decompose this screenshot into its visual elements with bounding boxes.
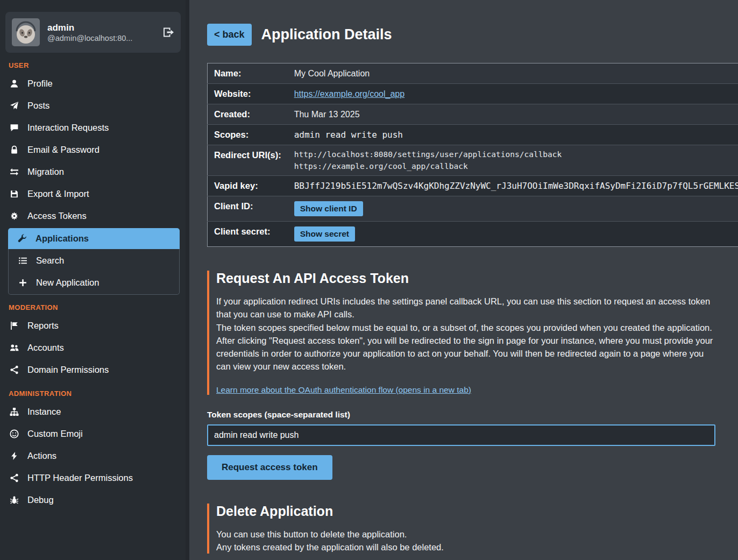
main-content: < back Application Details Name: My Cool… (189, 0, 738, 560)
sidebar-item-label: New Application (36, 278, 99, 288)
sidebar-item-label: Domain Permissions (27, 365, 109, 375)
sidebar-item-migration[interactable]: Migration (0, 161, 186, 183)
user-name: admin (47, 22, 155, 34)
section-paragraph: Any tokens created by the application wi… (216, 541, 715, 554)
sidebar-item-accounts[interactable]: Accounts (0, 337, 186, 359)
sidebar-item-label: Search (36, 256, 64, 266)
user-icon (9, 79, 19, 88)
website-link[interactable]: https://example.org/cool_app (294, 89, 405, 98)
table-row-created: Created: Thu Mar 13 2025 (208, 104, 738, 125)
page-title: Application Details (261, 26, 392, 43)
floppy-disk-icon (9, 189, 19, 199)
row-label: Client secret: (208, 222, 288, 247)
user-handle: @admin@localhost:80... (47, 34, 155, 42)
sidebar-item-label: Migration (27, 167, 64, 177)
sidebar-item-debug[interactable]: Debug (0, 489, 186, 511)
logout-icon[interactable] (162, 26, 174, 38)
row-value: Thu Mar 13 2025 (288, 104, 738, 125)
sidebar-item-new-application[interactable]: New Application (9, 272, 179, 294)
sidebar: admin @admin@localhost:80... USER Profil… (0, 0, 186, 560)
user-info: admin @admin@localhost:80... (47, 22, 155, 42)
request-access-token-button[interactable]: Request access token (207, 455, 332, 480)
sidebar-item-label: Applications (36, 233, 89, 244)
table-row-name: Name: My Cool Application (208, 63, 738, 84)
table-row-redirect-uris: Redirect URI(s): http://localhost:8080/s… (208, 145, 738, 176)
show-client-id-button[interactable]: Show client ID (294, 201, 363, 216)
sidebar-item-instance[interactable]: Instance (0, 401, 186, 423)
sidebar-item-label: Custom Emoji (27, 429, 83, 439)
sidebar-item-label: Export & Import (27, 189, 89, 199)
section-title: Request An API Access Token (216, 271, 715, 286)
sidebar-item-access-tokens[interactable]: Access Tokens (0, 205, 186, 227)
sidebar-item-applications[interactable]: Applications (8, 228, 180, 249)
table-row-website: Website: https://example.org/cool_app (208, 84, 738, 104)
sidebar-item-reports[interactable]: Reports (0, 315, 186, 337)
delete-application-section: Delete Application You can use this butt… (207, 504, 715, 554)
sidebar-item-label: Actions (27, 451, 56, 461)
sidebar-item-posts[interactable]: Posts (0, 95, 186, 117)
list-icon (17, 256, 28, 265)
table-row-scopes: Scopes: admin read write push (208, 125, 738, 145)
flag-icon (9, 321, 19, 330)
share-nodes-icon (9, 473, 19, 483)
redirect-uri: http://localhost:8080/settings/user/appl… (294, 150, 738, 159)
sidebar-item-export-import[interactable]: Export & Import (0, 183, 186, 205)
wrench-icon (17, 234, 27, 243)
comment-icon (9, 123, 19, 132)
sidebar-item-search[interactable]: Search (9, 250, 179, 272)
sidebar-item-email-password[interactable]: Email & Password (0, 139, 186, 161)
nav-section-label-user: USER (9, 61, 177, 69)
sidebar-group-applications: Applications Search New Application (8, 228, 180, 295)
row-label: Client ID: (208, 196, 288, 222)
row-value: BBJffJ219b5iE512m7wQSzv4KgKDhgZZVzNyWC_r… (288, 176, 738, 196)
sidebar-item-label: Profile (27, 79, 53, 89)
user-card[interactable]: admin @admin@localhost:80... (5, 12, 181, 53)
sidebar-item-label: Email & Password (27, 145, 100, 155)
sidebar-item-label: Reports (27, 321, 59, 331)
sidebar-item-domain-permissions[interactable]: Domain Permissions (0, 359, 186, 381)
sidebar-item-profile[interactable]: Profile (0, 73, 186, 95)
row-label: Scopes: (208, 125, 288, 145)
sitemap-icon (9, 407, 19, 416)
section-paragraph: You can use this button to delete the ap… (216, 528, 715, 541)
oauth-docs-link[interactable]: Learn more about the OAuth authenticatio… (216, 385, 471, 395)
smiley-icon (9, 429, 19, 438)
sidebar-item-label: Interaction Requests (27, 123, 109, 133)
share-nodes-icon (9, 365, 19, 374)
sidebar-item-label: Posts (27, 101, 49, 111)
plus-icon (17, 278, 28, 287)
sidebar-item-label: Debug (27, 495, 54, 505)
section-title: Delete Application (216, 504, 715, 519)
section-paragraph: After clicking "Request access token", y… (216, 334, 715, 373)
table-row-vapid-key: Vapid key: BBJffJ219b5iE512m7wQSzv4KgKDh… (208, 176, 738, 196)
users-icon (9, 343, 19, 352)
page-header: < back Application Details (207, 24, 715, 46)
sidebar-item-http-header-permissions[interactable]: HTTP Header Permissions (0, 467, 186, 489)
row-label: Website: (208, 84, 288, 104)
application-details-table: Name: My Cool Application Website: https… (207, 63, 738, 247)
avatar (12, 18, 40, 46)
sidebar-item-label: HTTP Header Permissions (27, 473, 133, 483)
row-label: Redirect URI(s): (208, 145, 288, 176)
section-paragraph: If your application redirect URIs includ… (216, 295, 715, 321)
redirect-uri: https://example.org/cool_app/callback (294, 162, 738, 171)
token-scopes-input[interactable] (207, 424, 715, 446)
paper-plane-icon (9, 101, 19, 110)
sidebar-item-label: Instance (27, 407, 61, 417)
row-value: admin read write push (288, 125, 738, 145)
sidebar-item-actions[interactable]: Actions (0, 445, 186, 467)
certificate-icon (9, 211, 19, 221)
bolt-icon (9, 451, 19, 460)
row-label: Created: (208, 104, 288, 125)
row-value: My Cool Application (288, 63, 738, 84)
bug-icon (9, 495, 19, 505)
section-paragraph: The token scopes specified below must be… (216, 321, 715, 334)
sidebar-item-label: Accounts (27, 343, 64, 353)
sidebar-item-custom-emoji[interactable]: Custom Emoji (0, 423, 186, 445)
lock-icon (9, 145, 19, 154)
sidebar-item-interaction-requests[interactable]: Interaction Requests (0, 117, 186, 139)
show-secret-button[interactable]: Show secret (294, 226, 355, 242)
back-button[interactable]: < back (207, 24, 252, 46)
exchange-arrows-icon (9, 167, 19, 176)
table-row-client-secret: Client secret: Show secret (208, 222, 738, 247)
